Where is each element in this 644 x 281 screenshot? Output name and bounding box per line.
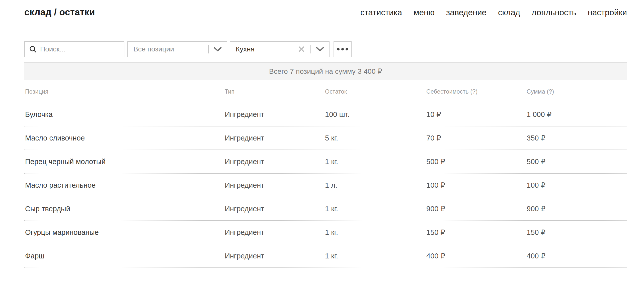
cell-cost: 10 ₽ xyxy=(426,110,526,119)
more-options-button[interactable] xyxy=(334,41,352,57)
column-header-cost: Себестоимость (?) xyxy=(426,88,526,95)
cell-cost: 500 ₽ xyxy=(426,157,526,166)
cell-stock: 1 кг. xyxy=(324,158,426,166)
cell-cost: 70 ₽ xyxy=(426,134,526,142)
ellipsis-icon xyxy=(341,48,344,50)
chevron-down-icon[interactable] xyxy=(311,47,329,52)
cell-stock: 1 л. xyxy=(324,181,426,189)
cell-stock: 1 кг. xyxy=(324,252,426,260)
table-body: Булочка Ингредиент 100 шт. 10 ₽ 1 000 ₽ … xyxy=(24,103,627,268)
cell-sum: 100 ₽ xyxy=(526,181,627,189)
table-row[interactable]: Масло растительное Ингредиент 1 л. 100 ₽… xyxy=(24,174,627,197)
cell-position: Масло растительное xyxy=(24,181,224,189)
main-nav: статистика меню заведение склад лояльнос… xyxy=(360,8,627,17)
summary-bar: Всего 7 позиций на сумму 3 400 ₽ xyxy=(24,62,627,80)
cell-type: Ингредиент xyxy=(224,181,324,189)
cell-stock: 100 шт. xyxy=(324,110,426,119)
cell-type: Ингредиент xyxy=(224,228,324,237)
table-row[interactable]: Масло сливочное Ингредиент 5 кг. 70 ₽ 35… xyxy=(24,126,627,150)
nav-item-warehouse[interactable]: склад xyxy=(498,8,520,17)
nav-item-menu[interactable]: меню xyxy=(414,8,435,17)
cell-sum: 400 ₽ xyxy=(526,252,627,260)
cell-type: Ингредиент xyxy=(224,158,324,166)
nav-item-loyalty[interactable]: лояльность xyxy=(532,8,576,17)
summary-text: Всего 7 позиций на сумму 3 400 ₽ xyxy=(269,67,382,76)
cell-stock: 1 кг. xyxy=(324,228,426,237)
cell-type: Ингредиент xyxy=(224,134,324,142)
table-row[interactable]: Сыр твердый Ингредиент 1 кг. 900 ₽ 900 ₽ xyxy=(24,197,627,221)
page-title: склад / остатки xyxy=(24,7,95,18)
position-type-select-value: Все позиции xyxy=(128,45,208,53)
table-row[interactable]: Огурцы маринованые Ингредиент 1 кг. 150 … xyxy=(24,221,627,244)
storage-select-value: Кухня xyxy=(230,45,296,53)
column-header-stock: Остаток xyxy=(324,88,426,95)
chevron-down-icon[interactable] xyxy=(209,47,227,52)
nav-item-venue[interactable]: заведение xyxy=(446,8,487,17)
ellipsis-icon xyxy=(346,48,348,50)
cell-sum: 900 ₽ xyxy=(526,204,627,213)
column-header-sum: Сумма (?) xyxy=(526,88,627,95)
cell-sum: 500 ₽ xyxy=(526,157,627,166)
ellipsis-icon xyxy=(337,48,340,50)
cell-sum: 1 000 ₽ xyxy=(526,110,627,119)
cell-stock: 1 кг. xyxy=(324,205,426,213)
cell-position: Перец черный молотый xyxy=(24,158,224,166)
cell-cost: 150 ₽ xyxy=(426,228,526,237)
cell-cost: 400 ₽ xyxy=(426,252,526,260)
table-row[interactable]: Булочка Ингредиент 100 шт. 10 ₽ 1 000 ₽ xyxy=(24,103,627,126)
column-header-type: Тип xyxy=(224,88,324,95)
top-bar: склад / остатки статистика меню заведени… xyxy=(24,7,627,18)
position-type-select[interactable]: Все позиции xyxy=(127,41,227,57)
cell-sum: 350 ₽ xyxy=(526,134,627,142)
cell-type: Ингредиент xyxy=(224,110,324,119)
cell-position: Огурцы маринованые xyxy=(24,228,224,237)
cell-type: Ингредиент xyxy=(224,205,324,213)
column-header-position: Позиция xyxy=(24,88,224,95)
cell-position: Булочка xyxy=(24,110,224,119)
table-row[interactable]: Фарш Ингредиент 1 кг. 400 ₽ 400 ₽ xyxy=(24,244,627,268)
cell-stock: 5 кг. xyxy=(324,134,426,142)
table-header: Позиция Тип Остаток Себестоимость (?) Су… xyxy=(24,80,627,103)
cell-sum: 150 ₽ xyxy=(526,228,627,237)
cell-cost: 100 ₽ xyxy=(426,181,526,189)
nav-item-statistics[interactable]: статистика xyxy=(360,8,402,17)
cell-cost: 900 ₽ xyxy=(426,204,526,213)
cell-type: Ингредиент xyxy=(224,252,324,260)
table-row[interactable]: Перец черный молотый Ингредиент 1 кг. 50… xyxy=(24,150,627,174)
cell-position: Фарш xyxy=(24,252,224,260)
cell-position: Сыр твердый xyxy=(24,205,224,213)
search-icon xyxy=(29,45,37,53)
search-input[interactable] xyxy=(37,42,124,57)
clear-x-icon[interactable] xyxy=(296,46,307,52)
search-box[interactable] xyxy=(24,41,124,57)
cell-position: Масло сливочное xyxy=(24,134,224,142)
nav-item-settings[interactable]: настройки xyxy=(588,8,627,17)
filter-bar: Все позиции Кухня xyxy=(24,41,352,57)
storage-select[interactable]: Кухня xyxy=(230,41,330,57)
